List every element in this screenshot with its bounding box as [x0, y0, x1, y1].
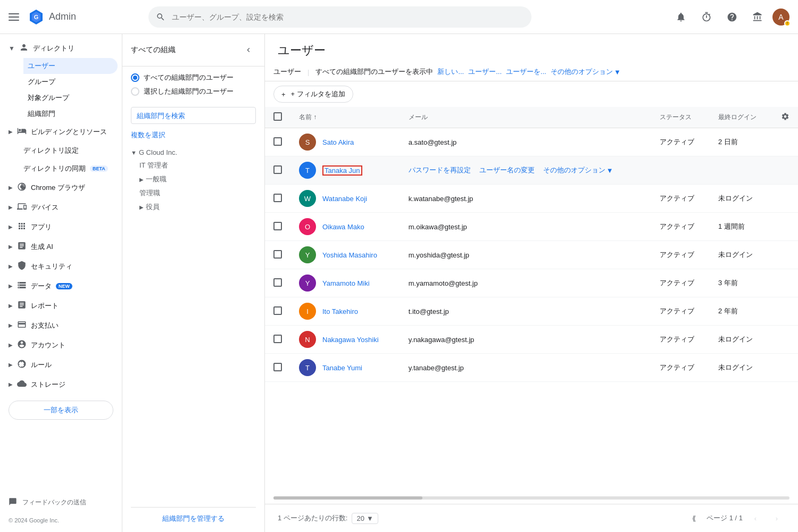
table-area: ユーザー ユーザー | すべての組織部門のユーザーを表示中 新しい... ユーザ…	[265, 34, 798, 532]
org-tree-item-executive[interactable]: ▶ 役員	[139, 200, 256, 214]
sidebar-section-apps[interactable]: ▶ アプリ	[0, 217, 122, 237]
sidebar-item-target-groups[interactable]: 対象グループ	[23, 90, 118, 106]
row-checkbox[interactable]	[273, 250, 282, 259]
toolbar-user-link[interactable]: ユーザー...	[468, 67, 502, 77]
collapse-panel-button[interactable]	[241, 43, 256, 57]
row-last-login-cell: 未ログイン	[710, 241, 772, 269]
google-admin-logo: G	[28, 9, 45, 26]
help-icon[interactable]	[721, 6, 743, 28]
reset-password-link[interactable]: パスワードを再設定	[409, 165, 471, 175]
rows-per-page-value: 20	[356, 514, 364, 522]
row-checkbox[interactable]	[273, 165, 282, 174]
org-tree-item-general[interactable]: ▶ 一般職	[139, 172, 256, 186]
add-filter-button[interactable]: + + フィルタを追加	[273, 86, 353, 103]
table-row: N Nakagawa Yoshiki y.nakagawa@gtest.jpアク…	[265, 326, 798, 354]
radio-circle-selected	[131, 87, 139, 96]
sidebar-section-billing[interactable]: ▶ お支払い	[0, 315, 122, 335]
user-name-link[interactable]: Tanaka Jun	[322, 165, 362, 176]
row-settings-cell	[772, 269, 798, 297]
sidebar-section-data[interactable]: ▶ データ NEW	[0, 276, 122, 296]
prev-page-button[interactable]: ‹	[747, 510, 764, 527]
user-name-link[interactable]: Watanabe Koji	[322, 195, 367, 203]
header-name[interactable]: 名前 ↑	[290, 107, 400, 128]
row-more-options-button[interactable]: その他のオプション ▼	[543, 165, 613, 175]
sidebar-storage-label: ストレージ	[31, 380, 65, 389]
user-name-link[interactable]: Yoshida Masahiro	[322, 251, 377, 259]
chrome-icon	[17, 182, 27, 193]
show-more-button[interactable]: 一部を表示	[9, 401, 113, 420]
rows-per-page-select[interactable]: 20 ▼	[352, 513, 378, 524]
table-header-row: 名前 ↑ メール ステータス 最終ログイン	[265, 107, 798, 128]
sidebar-section-devices[interactable]: ▶ デバイス	[0, 197, 122, 217]
radio-selected-users[interactable]: 選択した組織部門のユーザー	[131, 87, 256, 96]
header-last-login: 最終ログイン	[710, 107, 772, 128]
sidebar-item-groups[interactable]: グループ	[23, 74, 118, 90]
user-name-link[interactable]: Sato Akira	[322, 138, 354, 146]
user-name-link[interactable]: Oikawa Mako	[322, 223, 364, 231]
sidebar-section-reports[interactable]: ▶ レポート	[0, 296, 122, 315]
row-checkbox[interactable]	[273, 306, 282, 315]
row-checkbox[interactable]	[273, 137, 282, 146]
search-input[interactable]	[148, 6, 531, 28]
sidebar-reports-label: レポート	[31, 301, 59, 311]
row-checkbox[interactable]	[273, 194, 282, 202]
sidebar-item-dir-sync[interactable]: ディレクトリの同期 BETA	[0, 160, 118, 178]
timer-icon[interactable]	[696, 6, 717, 28]
menu-icon[interactable]	[9, 11, 21, 23]
row-checkbox-cell	[265, 213, 290, 241]
sidebar-section-rules[interactable]: ▶ ルール	[0, 355, 122, 375]
user-name-link[interactable]: Nakagawa Yoshiki	[322, 336, 379, 344]
org-search-input[interactable]	[131, 107, 256, 124]
user-name-link[interactable]: Tanabe Yumi	[322, 364, 362, 372]
multi-select-link[interactable]: 複数を選択	[122, 128, 264, 142]
org-panel-title: すべての組織	[131, 45, 176, 55]
show-more-container: 一部を表示	[0, 394, 122, 426]
row-checkbox[interactable]	[273, 363, 282, 371]
sidebar-section-security[interactable]: ▶ セキュリティ	[0, 256, 122, 276]
sidebar-item-dir-settings[interactable]: ディレクトリ設定	[0, 142, 118, 160]
user-avatar-wrap[interactable]: A !	[772, 9, 789, 26]
notifications-icon[interactable]	[670, 6, 692, 28]
sidebar-section-chrome[interactable]: ▶ Chrome ブラウザ	[0, 178, 122, 197]
org-tree-item-it[interactable]: IT 管理者	[139, 159, 256, 172]
row-checkbox[interactable]	[273, 335, 282, 343]
toolbar-import-link[interactable]: ユーザーを...	[506, 67, 546, 77]
table-row: I Ito Takehiro t.ito@gtest.jpアクティブ2 年前	[265, 297, 798, 326]
toolbar-new-link[interactable]: 新しい...	[437, 67, 464, 77]
row-checkbox-cell	[265, 326, 290, 354]
first-page-button[interactable]: ⟪	[685, 510, 702, 527]
feedback-item[interactable]: フィードバックの送信	[0, 492, 122, 513]
sidebar-section-buildings[interactable]: ▶ ビルディングとリソース	[0, 122, 122, 142]
sidebar-chrome-label: Chrome ブラウザ	[31, 183, 85, 193]
org-tree-item-management[interactable]: 管理職	[139, 186, 256, 200]
user-name-link[interactable]: Ito Takehiro	[322, 307, 358, 315]
sidebar-section-directory[interactable]: ▼ ディレクトリ	[0, 38, 122, 58]
rename-user-link[interactable]: ユーザー名の変更	[479, 165, 535, 175]
next-page-button[interactable]: ›	[768, 510, 785, 527]
sidebar-section-ai[interactable]: ▶ 生成 AI	[0, 237, 122, 256]
table-container: 名前 ↑ メール ステータス 最終ログイン S Sato	[265, 107, 798, 496]
toolbar-description: すべての組織部門のユーザーを表示中	[315, 67, 433, 77]
user-name-link[interactable]: Yamamoto Miki	[322, 279, 370, 287]
sidebar-item-org-units[interactable]: 組織部門	[23, 106, 118, 122]
org-general-label: 一般職	[146, 174, 167, 184]
more-options-button[interactable]: その他のオプション ▼	[551, 67, 621, 77]
org-manage-button[interactable]: 組織部門を管理する	[131, 507, 256, 523]
row-email-cell: y.nakagawa@gtest.jp	[400, 326, 651, 354]
apps-grid-icon[interactable]	[747, 6, 768, 28]
row-settings-cell	[772, 241, 798, 269]
select-all-checkbox[interactable]	[273, 112, 282, 121]
sidebar-section-storage[interactable]: ▶ ストレージ	[0, 375, 122, 394]
chevron-right-icon-11: ▶	[9, 362, 13, 368]
sidebar-section-account[interactable]: ▶ アカウント	[0, 335, 122, 355]
row-checkbox[interactable]	[273, 222, 282, 230]
row-settings-cell	[772, 354, 798, 382]
storage-icon	[17, 379, 27, 390]
row-checkbox[interactable]	[273, 278, 282, 287]
horizontal-scrollbar[interactable]	[273, 496, 789, 500]
sidebar-item-users[interactable]: ユーザー	[23, 58, 118, 74]
header-status: ステータス	[651, 107, 710, 128]
header-settings[interactable]	[772, 107, 798, 128]
row-checkbox-cell	[265, 241, 290, 269]
radio-all-users[interactable]: すべての組織部門のユーザー	[131, 73, 256, 82]
